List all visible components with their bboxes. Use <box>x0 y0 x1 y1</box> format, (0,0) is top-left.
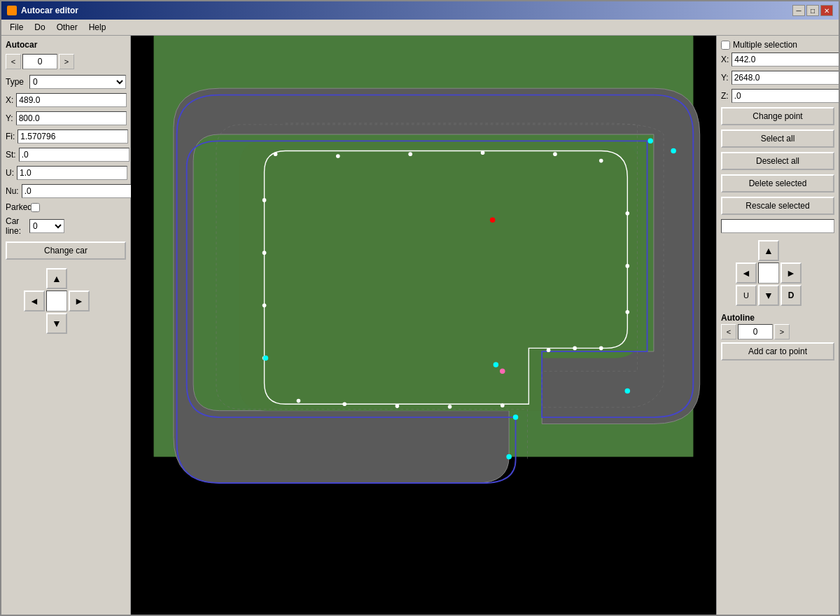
parked-row: Parked: <box>6 202 126 212</box>
nav-down-button[interactable]: ▼ <box>46 313 67 334</box>
svg-point-26 <box>625 388 631 394</box>
nav-up-button[interactable]: ▲ <box>46 268 67 289</box>
x-input[interactable] <box>16 93 127 107</box>
autocar-next-button[interactable]: > <box>59 54 74 69</box>
u-label: U: <box>6 168 14 178</box>
svg-point-8 <box>626 211 630 216</box>
delete-selected-button[interactable]: Delete selected <box>721 174 834 192</box>
right-nav-down-button[interactable]: ▼ <box>758 285 779 306</box>
parked-label: Parked: <box>6 202 27 212</box>
menu-do[interactable]: Do <box>29 21 50 34</box>
right-nav-left-button[interactable]: ◄ <box>736 262 757 284</box>
car-line-select[interactable]: 0 <box>29 219 64 233</box>
svg-point-17 <box>342 402 346 406</box>
svg-point-7 <box>599 159 603 163</box>
svg-point-16 <box>396 404 400 408</box>
title-bar: Autocar editor ─ □ ✕ <box>1 1 839 20</box>
deselect-all-button[interactable]: Deselect all <box>721 152 834 170</box>
svg-point-9 <box>626 264 630 268</box>
svg-point-20 <box>262 303 267 307</box>
change-car-button[interactable]: Change car <box>6 241 126 260</box>
st-label: St: <box>6 150 16 160</box>
type-row: Type 0 <box>6 75 126 89</box>
u-input[interactable] <box>17 166 127 180</box>
menu-help[interactable]: Help <box>83 21 112 34</box>
right-nav-right-button[interactable]: ► <box>780 262 802 284</box>
minimize-button[interactable]: ─ <box>792 5 805 16</box>
add-car-to-point-button[interactable]: Add car to point <box>721 342 834 360</box>
svg-point-6 <box>553 152 557 156</box>
right-y-input[interactable] <box>732 71 839 85</box>
autocar-label: Autocar <box>6 40 126 50</box>
fi-input[interactable] <box>18 130 128 144</box>
canvas-area[interactable] <box>131 36 716 615</box>
menu-file[interactable]: File <box>4 21 29 34</box>
maximize-button[interactable]: □ <box>806 5 819 16</box>
right-y-row: Y: <box>721 71 834 85</box>
rescale-selected-button[interactable]: Rescale selected <box>721 197 834 215</box>
car-line-row: Car line: 0 <box>6 216 126 236</box>
rescale-value-input[interactable] <box>721 219 834 233</box>
title-bar-left: Autocar editor <box>7 6 78 15</box>
autocar-prev-button[interactable]: < <box>6 54 21 69</box>
svg-point-27 <box>513 414 519 420</box>
right-nav-up-button[interactable]: ▲ <box>758 240 779 261</box>
left-nav-pad: ▲ ◄ ► ▼ <box>24 268 108 334</box>
svg-point-15 <box>448 405 452 409</box>
svg-point-11 <box>599 346 603 351</box>
title-controls: ─ □ ✕ <box>792 5 833 16</box>
main-content: Autocar < > Type 0 X: Y: <box>1 36 839 615</box>
window-title: Autocar editor <box>21 6 78 15</box>
right-nav-extra1-button[interactable]: U <box>736 285 757 306</box>
track-svg <box>131 36 716 615</box>
right-panel: Multiple selection X: Y: Z: Change point… <box>716 36 839 615</box>
multiple-selection-label: Multiple selection <box>733 40 797 50</box>
fi-row: Fi: <box>6 130 126 144</box>
type-select[interactable]: 0 <box>29 75 126 89</box>
parked-checkbox[interactable] <box>31 203 40 212</box>
menu-other[interactable]: Other <box>51 21 83 34</box>
select-all-button[interactable]: Select all <box>721 130 834 148</box>
x-label: X: <box>6 95 13 105</box>
svg-point-5 <box>481 150 485 155</box>
st-row: St: <box>6 148 126 162</box>
nu-row: Nu: <box>6 184 126 198</box>
nav-right-button[interactable]: ► <box>69 290 90 312</box>
close-button[interactable]: ✕ <box>820 5 833 16</box>
autoline-spinner: < > <box>721 324 834 340</box>
svg-point-10 <box>626 310 630 314</box>
track-group <box>174 88 700 483</box>
svg-point-29 <box>506 454 512 460</box>
y-row: Y: <box>6 111 126 125</box>
u-row: U: <box>6 166 126 180</box>
menu-bar: File Do Other Help <box>1 20 839 36</box>
nu-input[interactable] <box>22 184 132 198</box>
right-x-label: X: <box>721 55 729 64</box>
change-point-button[interactable]: Change point <box>721 107 834 125</box>
nav-left-button[interactable]: ◄ <box>24 290 45 312</box>
app-icon <box>7 6 17 15</box>
svg-point-12 <box>573 346 577 351</box>
autoline-prev-button[interactable]: < <box>721 324 736 340</box>
autoline-value-input[interactable] <box>738 324 773 340</box>
svg-point-28 <box>493 362 499 368</box>
nu-label: Nu: <box>6 186 19 196</box>
right-y-label: Y: <box>721 73 729 83</box>
svg-point-21 <box>262 251 267 255</box>
multiple-selection-row: Multiple selection <box>721 40 834 50</box>
svg-point-22 <box>262 198 267 202</box>
right-x-input[interactable] <box>732 52 839 66</box>
autoline-label: Autoline <box>721 313 834 323</box>
svg-point-14 <box>500 403 505 407</box>
x-row: X: <box>6 93 126 107</box>
autoline-next-button[interactable]: > <box>774 324 790 340</box>
right-nav-d-button[interactable]: D <box>780 285 802 306</box>
st-input[interactable] <box>19 148 130 162</box>
autocar-spinner: < > <box>6 54 126 69</box>
autocar-value-input[interactable] <box>22 54 57 69</box>
right-z-input[interactable] <box>732 89 839 103</box>
left-panel: Autocar < > Type 0 X: Y: <box>1 36 131 615</box>
multiple-selection-checkbox[interactable] <box>721 41 730 50</box>
svg-point-13 <box>547 348 551 352</box>
y-input[interactable] <box>16 111 127 125</box>
